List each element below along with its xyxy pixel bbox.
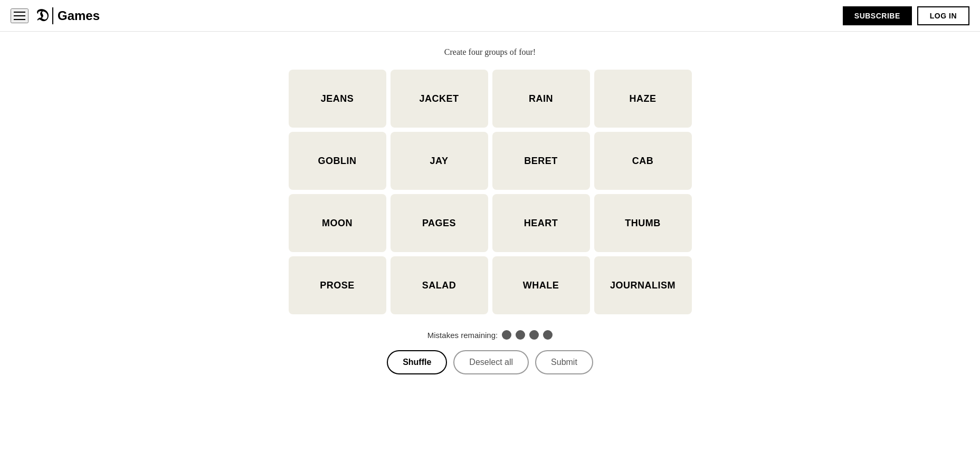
bottom-buttons: Shuffle Deselect all Submit	[387, 350, 593, 374]
header-right: SUBSCRIBE LOG IN	[843, 6, 969, 25]
shuffle-button[interactable]: Shuffle	[387, 350, 447, 374]
mistakes-section: Mistakes remaining:	[427, 330, 553, 340]
subscribe-button[interactable]: SUBSCRIBE	[843, 6, 912, 25]
game-tile[interactable]: JOURNALISM	[594, 256, 692, 314]
mistakes-dots	[502, 330, 553, 340]
game-tile[interactable]: CAB	[594, 132, 692, 190]
logo-divider	[52, 7, 53, 24]
game-tile[interactable]: PAGES	[391, 194, 488, 252]
mistake-dot	[516, 330, 525, 340]
mistakes-label: Mistakes remaining:	[427, 331, 498, 340]
game-subtitle: Create four groups of four!	[444, 47, 536, 57]
main-content: Create four groups of four! JEANSJACKETR…	[0, 32, 980, 374]
login-button[interactable]: LOG IN	[917, 6, 969, 25]
game-tile[interactable]: BERET	[492, 132, 590, 190]
mistake-dot	[529, 330, 539, 340]
game-tile[interactable]: THUMB	[594, 194, 692, 252]
game-tile[interactable]: HAZE	[594, 70, 692, 128]
game-tile[interactable]: RAIN	[492, 70, 590, 128]
logo-games-text: Games	[58, 8, 100, 23]
game-tile[interactable]: HEART	[492, 194, 590, 252]
hamburger-line-2	[14, 15, 25, 16]
game-tile[interactable]: PROSE	[289, 256, 386, 314]
logo-nyt-icon: 𝔇	[36, 6, 48, 25]
game-tile[interactable]: JAY	[391, 132, 488, 190]
game-tile[interactable]: JACKET	[391, 70, 488, 128]
game-tile[interactable]: GOBLIN	[289, 132, 386, 190]
submit-button[interactable]: Submit	[535, 350, 593, 374]
game-grid: JEANSJACKETRAINHAZEGOBLINJAYBERETCABMOON…	[289, 70, 692, 314]
mistake-dot	[543, 330, 553, 340]
mistake-dot	[502, 330, 511, 340]
hamburger-line-3	[14, 19, 25, 20]
game-tile[interactable]: SALAD	[391, 256, 488, 314]
game-tile[interactable]: WHALE	[492, 256, 590, 314]
game-tile[interactable]: JEANS	[289, 70, 386, 128]
logo: 𝔇 Games	[36, 6, 100, 25]
game-tile[interactable]: MOON	[289, 194, 386, 252]
deselect-all-button[interactable]: Deselect all	[453, 350, 529, 374]
hamburger-line-1	[14, 12, 25, 13]
header-left: 𝔇 Games	[11, 6, 100, 25]
hamburger-menu-button[interactable]	[11, 8, 28, 23]
header: 𝔇 Games SUBSCRIBE LOG IN	[0, 0, 980, 32]
